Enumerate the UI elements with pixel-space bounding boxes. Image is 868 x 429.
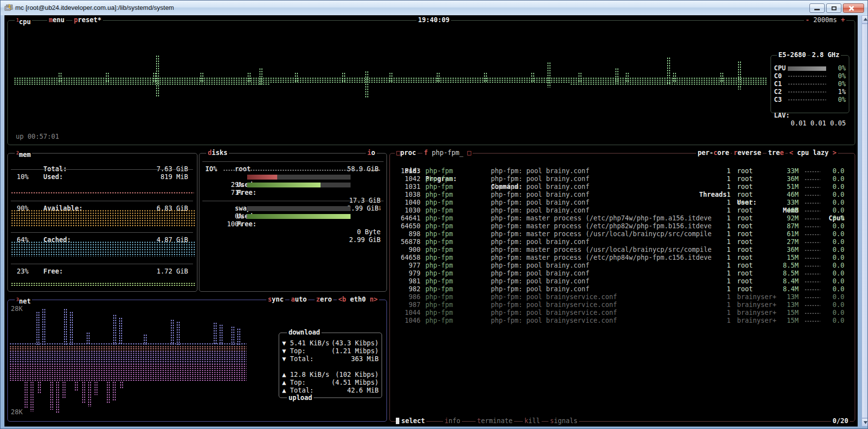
net-interface-switcher: <b eth0 n> xyxy=(337,296,379,304)
disk-swap-free-row: Free:100% 2.99 GiB xyxy=(205,213,383,220)
disk-root-io-graph xyxy=(223,169,381,171)
process-row[interactable]: 64650php-fpmphp-fpm: master process (/et… xyxy=(390,222,855,230)
memory-panel: 2mem Total:7.63 GiB Used:819 MiB 10% Ava… xyxy=(7,153,197,292)
mem-cached-row: Cached:4.87 GiB xyxy=(11,228,194,236)
process-row[interactable]: 977php-fpmphp-fpm: pool brainy.conf1root… xyxy=(390,262,855,270)
process-row[interactable]: 1031php-fpmphp-fpm: pool brainy.conf1roo… xyxy=(390,183,855,191)
maximize-button[interactable] xyxy=(826,3,841,13)
net-scale-top: 28K xyxy=(11,305,23,313)
mem-used-graph xyxy=(11,192,194,194)
net-scale-bottom: 28K xyxy=(11,408,23,416)
scroll-down-button[interactable] xyxy=(862,418,868,427)
process-row[interactable]: 986php-fpmphp-fpm: pool brainyservice.co… xyxy=(390,293,855,301)
process-row[interactable]: 15483php-fpmphp-fpm: pool brainy.conf1ro… xyxy=(390,167,855,175)
process-row[interactable]: 1044php-fpmphp-fpm: pool brainyservice.c… xyxy=(390,309,855,317)
select-cursor xyxy=(396,418,399,424)
mem-cached-graph xyxy=(11,241,195,257)
cpu-meter-row: C10% xyxy=(771,80,849,88)
disk-swap-row: swap2.99 GiB xyxy=(202,197,385,205)
process-row[interactable]: 898php-fpmphp-fpm: master process (/usr/… xyxy=(390,230,855,238)
window-titlebar: mc [root@ub24.itdeveloper.com.ua]:/lib/s… xyxy=(0,0,868,15)
net-zero-button[interactable]: zero xyxy=(315,296,333,304)
cpu-meter-row: C21% xyxy=(771,88,849,96)
terminate-button[interactable]: terminate xyxy=(476,417,514,425)
network-panel-title: 3net xyxy=(15,296,32,306)
putty-icon xyxy=(4,3,13,12)
mem-free-graph xyxy=(11,282,195,286)
process-row[interactable]: 1030php-fpmphp-fpm: pool brainy.conf1roo… xyxy=(390,207,855,214)
process-row[interactable]: 900php-fpmphp-fpm: master process (/usr/… xyxy=(390,246,855,254)
process-footer: select info terminate kill signals 0/20 xyxy=(390,417,855,425)
net-iface-name: eth0 xyxy=(350,296,366,303)
process-row[interactable]: 1038php-fpmphp-fpm: pool brainy.conf1roo… xyxy=(390,191,855,199)
mem-used-pct: 10% xyxy=(17,173,29,181)
window-title: mc [root@ub24.itdeveloper.com.ua]:/lib/s… xyxy=(15,4,174,11)
disk-root-used-row: Used:29% 17.3 GiB xyxy=(205,173,383,181)
mem-used-row: Used:819 MiB xyxy=(11,165,194,173)
process-table: 15483php-fpmphp-fpm: pool brainy.conf1ro… xyxy=(390,153,855,421)
load-average-row: LAV: 0.01 0.01 0.05 xyxy=(771,104,849,112)
mem-available-graph xyxy=(11,210,195,227)
disks-panel-title: disks xyxy=(206,149,229,157)
download-total-row: ▼ Total:363 MiB xyxy=(282,355,380,363)
disk-root-io-row: IO% xyxy=(205,165,217,173)
scroll-up-icon xyxy=(864,18,868,21)
process-row[interactable]: 1046php-fpmphp-fpm: pool brainyservice.c… xyxy=(390,317,855,325)
io-mode-button[interactable]: io xyxy=(366,149,377,157)
maximize-icon xyxy=(832,6,836,10)
process-row[interactable]: 979php-fpmphp-fpm: pool brainy.conf1root… xyxy=(390,270,855,277)
upload-speed-row: ▲ 12.8 KiB/s(102 Kibps) xyxy=(282,371,380,379)
kill-button[interactable]: kill xyxy=(523,417,542,425)
upload-total-row: ▲ Total:42.6 MiB xyxy=(282,387,380,395)
scroll-down-icon xyxy=(864,421,868,424)
disks-panel: disks io root58.9 GiB IO% Used:29% 17.3 … xyxy=(199,153,387,292)
net-iface-next[interactable]: n> xyxy=(370,296,378,303)
mem-total-row: Total:7.63 GiB xyxy=(11,157,194,165)
download-label: download xyxy=(287,329,321,337)
putty-window: mc [root@ub24.itdeveloper.com.ua]:/lib/s… xyxy=(0,0,868,429)
cpu-meter-row: C00% xyxy=(771,72,849,80)
upload-label: upload xyxy=(287,394,314,402)
download-top-row: ▼ Top:(1.21 Mibps) xyxy=(282,347,380,355)
cpu-core-box: E5-2680 2.8 GHz CPU0%C00%C10%C21%C30% LA… xyxy=(771,55,849,113)
process-counter: 0/20 xyxy=(831,417,850,425)
process-row[interactable]: 1042php-fpmphp-fpm: pool brainy.conf1roo… xyxy=(390,175,855,183)
process-row[interactable]: 987php-fpmphp-fpm: pool brainyservice.co… xyxy=(390,301,855,309)
net-stats-box: download ▼ 5.41 KiB/s(43.3 Kibps) ▼ Top:… xyxy=(279,333,382,398)
select-button[interactable]: select xyxy=(400,417,426,425)
net-auto-button[interactable]: auto xyxy=(289,296,308,304)
process-panel: □proc f php-fpm_ □ per-core reverse tree… xyxy=(389,153,855,422)
scrollbar[interactable] xyxy=(862,15,868,427)
terminal: 1cpu menu preset* 19:40:09 - 2000ms + E5… xyxy=(4,15,858,427)
disk-swap-used-row: Used:0% 0 Byte xyxy=(205,205,383,213)
load-average-label: LAV: xyxy=(774,112,790,120)
scroll-up-button[interactable] xyxy=(862,15,868,24)
net-iface-prev[interactable]: <b xyxy=(338,296,346,303)
mem-free-row: Free:1.72 GiB xyxy=(11,260,194,268)
process-row[interactable]: 981php-fpmphp-fpm: pool brainy.conf1root… xyxy=(390,277,855,285)
download-speed-row: ▼ 5.41 KiB/s(43.3 Kibps) xyxy=(282,339,380,347)
process-row[interactable]: 64641php-fpmphp-fpm: master process (/et… xyxy=(390,214,855,222)
cpu-meter-row: C30% xyxy=(771,96,849,104)
uptime: up 00:57:01 xyxy=(16,133,59,141)
signals-button[interactable]: signals xyxy=(548,417,579,425)
cpu-panel: 1cpu menu preset* 19:40:09 - 2000ms + E5… xyxy=(7,20,855,145)
net-sync-button[interactable]: sync xyxy=(266,296,285,304)
scrollbar-thumb[interactable] xyxy=(862,24,868,418)
mem-available-row: Available:6.83 GiB xyxy=(11,197,194,205)
info-button[interactable]: info xyxy=(443,417,462,425)
close-button[interactable] xyxy=(843,3,864,13)
process-row[interactable]: 1040php-fpmphp-fpm: pool brainy.conf1roo… xyxy=(390,199,855,207)
load-average-values: 0.01 0.01 0.05 xyxy=(791,120,846,127)
process-row[interactable]: 56878php-fpmphp-fpm: pool brainy.conf1ro… xyxy=(390,238,855,246)
cpu-meter-row: CPU0% xyxy=(771,64,849,72)
cpu-usage-graph xyxy=(8,21,855,145)
minimize-icon xyxy=(814,9,820,10)
process-row[interactable]: 64658php-fpmphp-fpm: master process (/et… xyxy=(390,254,855,262)
upload-top-row: ▲ Top:(4.51 Mibps) xyxy=(282,379,380,387)
mem-free-pct: 23% xyxy=(17,268,29,276)
process-row[interactable]: 982php-fpmphp-fpm: pool brainy.conf1root… xyxy=(390,285,855,293)
minimize-button[interactable] xyxy=(809,3,825,13)
disk-root-free-row: Free:71% 41.5 GiB xyxy=(205,181,383,189)
disk-root-row: root58.9 GiB xyxy=(202,157,385,165)
